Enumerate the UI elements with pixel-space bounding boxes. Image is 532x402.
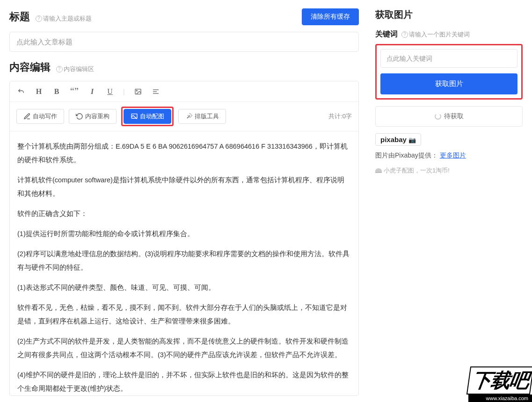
paragraph: (2)程序可以满意地处理信息的数据结构。(3)说明程序功能要求和程序需要的文档的…: [17, 247, 351, 274]
paragraph: 软件看不见，无色，枯燥，看不见，摸不到，闻不到。软件大部分存在于人们的头脑或纸上…: [17, 301, 351, 328]
spinner-icon: [435, 113, 441, 120]
pencil-icon: [23, 113, 31, 120]
content-header: 内容编辑 ? 内容编辑区: [9, 60, 359, 74]
undo-icon[interactable]: [16, 88, 26, 95]
italic-icon[interactable]: I: [87, 87, 97, 96]
layout-tool-button[interactable]: 排版工具: [178, 109, 226, 124]
main-column: 标题 ? 请输入主题或标题 清除所有缓存 内容编辑 ? 内容编辑区: [0, 0, 368, 402]
format-toolbar: H B “” I U |: [10, 81, 358, 102]
separator: |: [123, 88, 125, 95]
refresh-icon: [76, 113, 83, 120]
pending-status: 待获取: [375, 106, 523, 127]
content-editor[interactable]: 整个计算机系统由两部分组成：E.69DA 5 E 6 BA 9062616964…: [10, 131, 358, 395]
clear-cache-button[interactable]: 清除所有缓存: [302, 8, 359, 25]
char-count: 共计:0字: [328, 112, 352, 121]
heading-icon[interactable]: H: [34, 87, 44, 96]
keyword-label-row: 关键词 ? 请输入一个图片关键词: [375, 29, 523, 39]
align-left-icon[interactable]: [151, 88, 160, 95]
auto-image-button[interactable]: 自动配图: [124, 109, 171, 124]
title-header: 标题 ? 请输入主题或标题 清除所有缓存: [9, 8, 359, 25]
image-icon[interactable]: [133, 88, 143, 95]
restructure-button[interactable]: 内容重构: [69, 109, 117, 124]
title-label: 标题: [9, 11, 30, 22]
paragraph: 整个计算机系统由两部分组成：E.69DA 5 E 6 BA 9062616964…: [17, 140, 351, 167]
title-hint: ? 请输入主题或标题: [36, 14, 92, 23]
svg-point-1: [136, 90, 137, 91]
camera-icon: 📷: [408, 136, 416, 144]
pixabay-badge: pixabay 📷: [375, 133, 421, 146]
auto-write-button[interactable]: 自动写作: [16, 109, 64, 124]
sidebar: 获取图片 关键词 ? 请输入一个图片关键词 获取图片 待获取 pixabay 📷…: [368, 0, 532, 402]
paragraph: (1)提供运行时所需功能和性能的命令或计算机程序集合。: [17, 227, 351, 241]
paragraph: (4)维护不同的硬件是旧的，理论上软件是旧的，并不坏，但实际上软件也是旧的和坏的…: [17, 368, 351, 395]
editor-box: H B “” I U | 自动写作: [9, 81, 359, 396]
highlight-keyword-box: 获取图片: [375, 44, 523, 100]
get-image-title: 获取图片: [375, 8, 523, 21]
highlight-auto-image: 自动配图: [121, 107, 174, 126]
keyword-label: 关键词: [375, 29, 398, 39]
paragraph: 计算机软件(computer software)是指计算机系统中除硬件以外的所有…: [17, 173, 351, 201]
content-hint: ? 内容编辑区: [56, 65, 94, 73]
info-icon: ?: [56, 66, 63, 72]
footer-note: 小虎子配图，一次1淘币!: [375, 166, 523, 175]
quote-icon[interactable]: “”: [70, 86, 79, 97]
info-icon: ?: [36, 15, 42, 22]
bold-icon[interactable]: B: [52, 87, 61, 96]
provider-row: 图片由Pixabay提供： 更多图片: [375, 151, 523, 160]
keyword-input[interactable]: [380, 49, 517, 68]
fetch-image-button[interactable]: 获取图片: [380, 73, 517, 94]
content-label: 内容编辑: [9, 61, 51, 73]
action-toolbar: 自动写作 内容重构 自动配图 排版工具 共计:0字: [10, 102, 358, 131]
article-title-input[interactable]: [9, 32, 359, 52]
paragraph: (1)表达形式不同的硬件类型、颜色、味道、可见、可摸、可闻。: [17, 281, 351, 294]
paragraph: (2)生产方式不同的软件是开发，是人类智能的高发挥，而不是传统意义上的硬件制造。…: [17, 335, 351, 362]
wand-icon: [185, 113, 193, 120]
coin-icon: [375, 168, 382, 173]
picture-icon: [131, 113, 138, 120]
keyword-hint: ? 请输入一个图片关键词: [401, 30, 470, 39]
more-images-link[interactable]: 更多图片: [440, 151, 466, 159]
paragraph: 软件的正确含义如下：: [17, 207, 351, 221]
underline-icon[interactable]: U: [105, 87, 115, 96]
info-icon: ?: [401, 31, 408, 38]
